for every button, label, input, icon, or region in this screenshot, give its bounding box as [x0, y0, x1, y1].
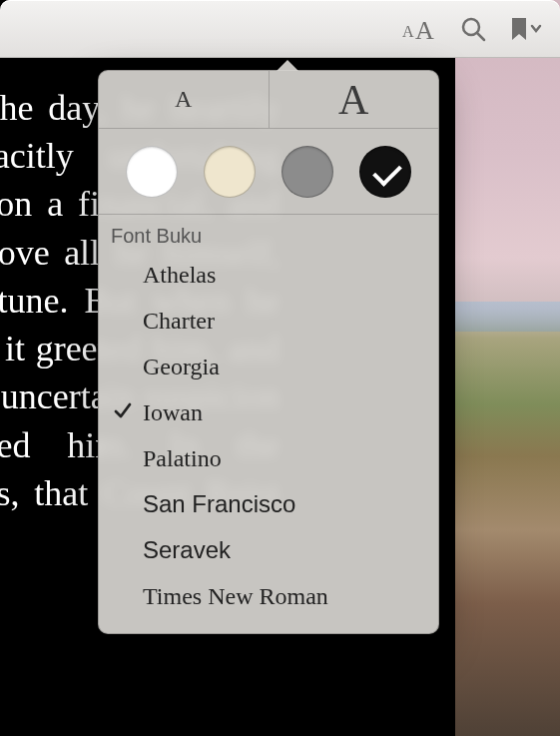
bookmark-icon — [508, 16, 542, 42]
font-option-times-new-roman[interactable]: Times New Roman — [99, 573, 438, 619]
font-option-label: San Francisco — [143, 490, 295, 518]
font-option-athelas[interactable]: Athelas — [99, 252, 438, 298]
font-option-seravek[interactable]: Seravek — [99, 527, 438, 573]
font-option-label: Athelas — [143, 262, 216, 289]
decrease-font-button[interactable]: A — [99, 71, 269, 128]
font-option-label: Iowan — [143, 399, 203, 426]
font-section-label: Font Buku — [99, 215, 438, 248]
font-option-label: Palatino — [143, 445, 222, 472]
theme-row — [99, 129, 438, 215]
svg-text:A: A — [415, 16, 434, 42]
font-size-row: A A — [99, 71, 438, 129]
decrease-font-label: A — [175, 86, 192, 113]
font-option-charter[interactable]: Charter — [99, 298, 438, 344]
theme-swatch-black[interactable] — [359, 146, 411, 198]
increase-font-button[interactable]: A — [269, 71, 439, 128]
appearance-icon: A A — [398, 16, 438, 42]
font-option-georgia[interactable]: Georgia — [99, 344, 438, 389]
toolbar: A A — [0, 0, 560, 58]
chevron-down-icon — [532, 26, 540, 31]
font-option-label: Times New Roman — [143, 583, 328, 610]
desktop-wallpaper — [455, 0, 560, 736]
svg-text:A: A — [402, 23, 414, 40]
appearance-popover: A A Font Buku AthelasCharterGeorgiaIowan… — [98, 70, 439, 634]
theme-swatch-sepia[interactable] — [204, 146, 256, 198]
search-button[interactable] — [460, 16, 486, 42]
appearance-button[interactable]: A A — [398, 16, 438, 42]
font-option-san-francisco[interactable]: San Francisco — [99, 481, 438, 527]
bookmark-menu-button[interactable] — [508, 16, 542, 42]
font-option-iowan[interactable]: Iowan — [99, 389, 438, 435]
check-icon — [113, 401, 133, 421]
increase-font-label: A — [338, 76, 368, 124]
font-option-label: Georgia — [143, 354, 220, 380]
font-option-palatino[interactable]: Palatino — [99, 435, 438, 481]
theme-swatch-gray[interactable] — [281, 146, 333, 198]
svg-line-3 — [477, 33, 484, 40]
font-option-label: Seravek — [143, 536, 231, 564]
theme-swatch-white[interactable] — [126, 146, 178, 198]
font-option-label: Charter — [143, 308, 215, 335]
search-icon — [460, 16, 486, 42]
font-list: AthelasCharterGeorgiaIowanPalatinoSan Fr… — [99, 248, 438, 633]
